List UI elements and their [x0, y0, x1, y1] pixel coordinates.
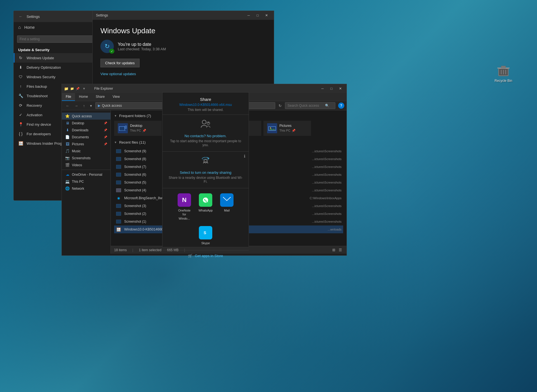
explorer-help-button[interactable]: ? [338, 103, 344, 109]
svg-rect-37 [116, 204, 121, 208]
onenote-icon: N [178, 193, 191, 207]
share-contacts-icon [167, 119, 244, 132]
nav-item-windows-update[interactable]: ↻ Windows Update [14, 53, 105, 63]
file-icon-screenshot8 [116, 156, 121, 162]
sidebar-label-onedrive: OneDrive - Personal [72, 173, 102, 177]
network-icon: 🌐 [65, 186, 70, 191]
settings-search-row: 🔍 [17, 35, 102, 43]
view-optional-updates-link[interactable]: View optional updates [100, 72, 136, 76]
sidebar-item-desktop[interactable]: 🖥 Desktop 📌 [62, 120, 110, 127]
update-minimize-button[interactable]: ─ [245, 11, 253, 19]
explorer-down-arrow[interactable]: ▼ [83, 87, 86, 90]
sidebar-item-onedrive[interactable]: ☁ OneDrive - Personal [62, 171, 110, 178]
explorer-forward-button[interactable]: → [73, 103, 80, 109]
explorer-close-button[interactable]: ✕ [336, 85, 344, 92]
sidebar-label-screenshots: Screenshots [72, 156, 91, 160]
share-nearby-section[interactable]: ℹ Select to turn on nearby sharing Share… [162, 152, 249, 188]
explorer-maximize-button[interactable]: □ [328, 85, 335, 92]
quick-access-icon: ⭐ [65, 114, 70, 118]
share-app-onenote[interactable]: N OneNotefor Windo... [175, 192, 194, 222]
share-no-contacts-section[interactable]: No contacts? No problem. Tap to start ad… [162, 115, 249, 152]
update-close-button[interactable]: ✕ [263, 11, 270, 19]
share-filename: Windows10.0-KB5014666-x64.msu [167, 103, 244, 107]
share-app-skype[interactable]: S Skype [196, 224, 215, 247]
share-header: Share Windows10.0-KB5014666-x64.msu This… [162, 92, 249, 115]
thispc-icon: 💻 [65, 179, 70, 184]
settings-section-label: Update & Security [14, 46, 105, 53]
recycle-bin-icon[interactable]: Recycle Bin [492, 61, 515, 84]
sidebar-item-videos[interactable]: 🎬 Videos [62, 161, 110, 168]
check-updates-button[interactable]: Check for updates [100, 59, 140, 67]
update-maximize-button[interactable]: □ [254, 11, 262, 19]
folder-item-pictures[interactable]: Pictures This PC 📌 [263, 121, 311, 136]
troubleshoot-icon: 🔧 [18, 93, 23, 98]
svg-rect-33 [116, 181, 121, 184]
nav-label-find-device: Find my device [27, 122, 51, 127]
explorer-search-input[interactable] [288, 104, 324, 108]
frequent-folders-label: Frequent folders (7) [119, 114, 151, 118]
folder-item-desktop[interactable]: Desktop This PC 📌 [114, 121, 162, 136]
desktop-icon-sidebar: 🖥 [65, 121, 70, 125]
share-app-whatsapp[interactable]: WhatsApp [196, 192, 215, 222]
explorer-pin-icon[interactable]: 📌 [76, 87, 80, 91]
sidebar-item-quick-access[interactable]: ⭐ Quick access [62, 113, 110, 120]
sidebar-item-music[interactable]: 🎵 Music [62, 148, 110, 155]
sidebar-item-thispc[interactable]: 💻 This PC [62, 178, 110, 185]
update-main-title: Windows Update [100, 27, 266, 35]
explorer-minimize-button[interactable]: ─ [319, 85, 326, 92]
share-no-contacts-title: No contacts? No problem. [167, 134, 244, 138]
share-apps-section: N OneNotefor Windo... WhatsApp [162, 188, 249, 250]
skype-label: Skype [201, 241, 210, 245]
onedrive-icon: ☁ [65, 172, 70, 177]
explorer-up-button[interactable]: ↑ [81, 103, 87, 109]
ribbon-tab-share[interactable]: Share [92, 93, 109, 101]
ribbon-tab-home[interactable]: Home [75, 93, 92, 101]
svg-rect-41 [116, 220, 121, 223]
sidebar-item-documents[interactable]: 📄 Documents 📌 [62, 134, 110, 141]
share-info-icon[interactable]: ℹ [244, 154, 245, 158]
svg-rect-8 [119, 127, 124, 130]
screenshots-icon: 📷 [65, 156, 70, 160]
statusbar-list-view-button[interactable]: ☰ [338, 247, 343, 253]
windows-update-icon: ↻ [18, 55, 23, 60]
share-store-button[interactable]: 🛒 Get apps in Store [162, 250, 249, 261]
share-app-mail[interactable]: Mail [217, 192, 236, 222]
sidebar-item-pictures[interactable]: 🖼 Pictures 📌 [62, 141, 110, 148]
file-path-screenshot8: ...ictures\Screenshots [291, 157, 341, 161]
settings-titlebar: ← Settings [14, 11, 105, 22]
nav-label-recovery: Recovery [27, 103, 42, 108]
explorer-folder-icon[interactable]: 📁 [64, 87, 69, 91]
statusbar-grid-view-button[interactable]: ⊞ [331, 247, 336, 253]
explorer-new-folder-icon[interactable]: 📁 [70, 87, 74, 91]
settings-search-input[interactable] [20, 37, 94, 41]
nav-label-windows-security: Windows Security [27, 75, 55, 79]
whatsapp-label: WhatsApp [199, 208, 213, 212]
folder-info-desktop: Desktop This PC 📌 [130, 124, 146, 133]
settings-home-item[interactable]: ⌂ Home [14, 22, 105, 33]
sidebar-item-downloads[interactable]: ⬇ Downloads 📌 [62, 127, 110, 134]
update-window: Settings ─ □ ✕ Windows Update ↻ ✓ You're… [92, 11, 274, 92]
nav-item-windows-security[interactable]: 🛡 Windows Security [14, 72, 105, 82]
ribbon-tab-file[interactable]: File [62, 93, 75, 101]
svg-rect-27 [116, 157, 121, 161]
nav-label-files-backup: Files backup [27, 84, 47, 89]
desktop-pin-icon: 📌 [104, 122, 107, 125]
file-path-screenshot6: ...ictures\Screenshots [291, 173, 341, 176]
update-status-row: ↻ ✓ You're up to date Last checked: Toda… [100, 40, 266, 53]
svg-rect-39 [116, 212, 121, 215]
statusbar-items-count: 18 items [114, 248, 127, 252]
nav-item-delivery-optimization[interactable]: ⬇ Delivery Optimization [14, 63, 105, 72]
sidebar-label-quick-access: Quick access [72, 114, 92, 118]
settings-back-button[interactable]: ← [17, 14, 24, 19]
update-body: Windows Update ↻ ✓ You're up to date Las… [93, 20, 274, 83]
sidebar-item-network[interactable]: 🌐 Network [62, 185, 110, 192]
sidebar-item-screenshots[interactable]: 📷 Screenshots [62, 155, 110, 161]
recent-files-label: Recent files (11) [119, 140, 146, 144]
explorer-refresh-button[interactable]: ↻ [277, 103, 283, 109]
svg-point-22 [270, 127, 271, 129]
ribbon-tab-view[interactable]: View [109, 93, 124, 101]
explorer-back-button[interactable]: ← [64, 103, 71, 109]
update-last-checked: Last checked: Today, 3:38 AM [118, 47, 166, 51]
file-icon-screenshot3 [116, 203, 121, 209]
explorer-recent-button[interactable]: ▾ [88, 103, 94, 109]
